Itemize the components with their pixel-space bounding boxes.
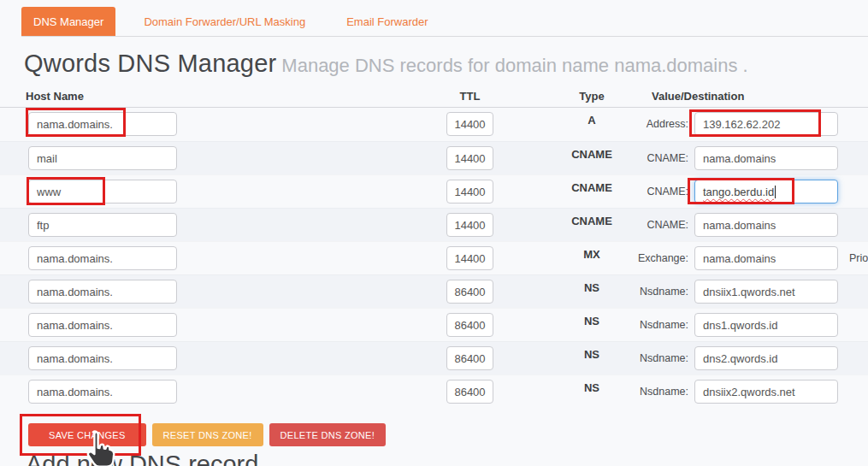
table-row: A Address: — [0, 108, 868, 141]
host-name-input[interactable] — [28, 180, 177, 204]
table-row: CNAME CNAME: — [0, 141, 868, 174]
add-new-dns-record-heading: Add new DNS record — [26, 451, 258, 466]
host-name-input[interactable] — [28, 246, 177, 270]
table-row: NS Nsdname: — [0, 341, 868, 375]
ttl-input[interactable] — [446, 180, 493, 204]
ttl-input[interactable] — [446, 280, 493, 304]
value-label: Exchange: — [590, 252, 688, 264]
ttl-input[interactable] — [446, 112, 493, 136]
table-row: NS Nsdname: — [0, 375, 868, 408]
tab-domain-forwarder[interactable]: Domain Forwarder/URL Masking — [129, 7, 320, 36]
value-input[interactable] — [694, 246, 838, 270]
value-input[interactable] — [694, 380, 838, 404]
ttl-input[interactable] — [446, 346, 493, 370]
table-row: NS Nsdname: — [0, 274, 868, 308]
priority-label-clipped: Prio — [849, 252, 868, 264]
value-label: Nsdname: — [590, 386, 688, 398]
ttl-input[interactable] — [446, 246, 493, 270]
host-name-input[interactable] — [28, 346, 177, 370]
ttl-input[interactable] — [446, 146, 493, 170]
dns-records-table: A Address: CNAME CNAME: CNAME CNAME: tan… — [0, 108, 868, 408]
dns-manager-page: DNS Manager Domain Forwarder/URL Masking… — [0, 0, 868, 466]
ttl-input[interactable] — [446, 213, 493, 237]
value-label: Nsdname: — [590, 319, 688, 331]
value-label: Nsdname: — [590, 286, 688, 298]
value-label: CNAME: — [590, 152, 688, 164]
value-input-text: tango.berdu.id — [703, 186, 774, 198]
tab-dns-manager[interactable]: DNS Manager — [21, 7, 115, 36]
column-header-value: Value/Destination — [652, 90, 744, 103]
column-header-ttl: TTL — [446, 90, 493, 103]
tab-bar: DNS Manager Domain Forwarder/URL Masking… — [21, 7, 868, 37]
save-changes-button[interactable]: SAVE CHANGES — [28, 423, 146, 446]
reset-dns-zone-button[interactable]: RESET DNS ZONE! — [152, 423, 263, 446]
page-subtitle: Manage DNS records for domain name nama.… — [281, 55, 747, 76]
host-name-input[interactable] — [28, 146, 177, 170]
page-header: Qwords DNS ManagerManage DNS records for… — [24, 50, 748, 78]
value-label: Address: — [590, 118, 688, 130]
host-name-input[interactable] — [28, 313, 177, 337]
ttl-input[interactable] — [446, 380, 493, 404]
value-input[interactable] — [694, 346, 838, 370]
value-input-focused[interactable]: tango.berdu.id — [694, 180, 838, 204]
table-row: CNAME CNAME: — [0, 208, 868, 241]
value-input[interactable] — [694, 280, 838, 304]
host-name-input[interactable] — [28, 213, 177, 237]
host-name-input[interactable] — [28, 380, 177, 404]
table-row: MX Exchange: Prio — [0, 241, 868, 274]
table-row: NS Nsdname: — [0, 308, 868, 341]
column-header-type: Type — [540, 90, 643, 103]
value-input[interactable] — [694, 313, 838, 337]
value-input[interactable] — [694, 213, 838, 237]
ttl-input[interactable] — [446, 313, 493, 337]
table-row: CNAME CNAME: tango.berdu.id — [0, 174, 868, 208]
page-title: Qwords DNS Manager — [24, 50, 276, 77]
tab-email-forwarder[interactable]: Email Forwarder — [332, 7, 442, 36]
host-name-input[interactable] — [28, 280, 177, 304]
value-label: CNAME: — [590, 186, 688, 198]
action-buttons: SAVE CHANGES RESET DNS ZONE! DELETE DNS … — [28, 423, 392, 446]
delete-dns-zone-button[interactable]: DELETE DNS ZONE! — [269, 423, 387, 446]
value-input[interactable] — [694, 146, 838, 170]
text-caret — [775, 186, 776, 198]
column-header-host: Host Name — [26, 90, 84, 103]
host-name-input[interactable] — [28, 112, 177, 136]
table-header: Host Name TTL Type Value/Destination — [0, 86, 868, 108]
value-label: Nsdname: — [590, 352, 688, 364]
value-input[interactable] — [694, 112, 838, 136]
value-label: CNAME: — [590, 219, 688, 231]
